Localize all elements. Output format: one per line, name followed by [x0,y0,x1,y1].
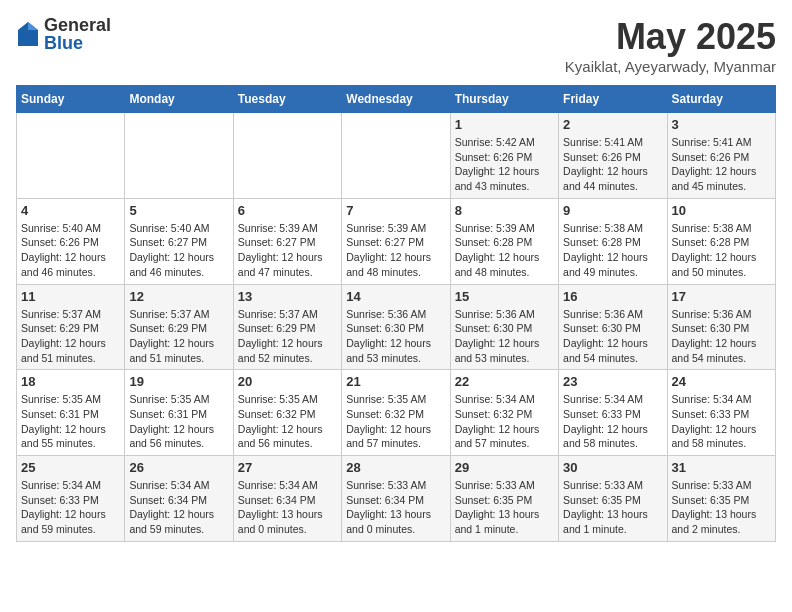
month-year-title: May 2025 [565,16,776,58]
week-row-4: 18Sunrise: 5:35 AM Sunset: 6:31 PM Dayli… [17,370,776,456]
day-info: Sunrise: 5:34 AM Sunset: 6:33 PM Dayligh… [21,478,120,537]
calendar-cell: 13Sunrise: 5:37 AM Sunset: 6:29 PM Dayli… [233,284,341,370]
day-number: 2 [563,117,662,132]
logo-text: General Blue [44,16,111,52]
weekday-header-friday: Friday [559,86,667,113]
day-info: Sunrise: 5:41 AM Sunset: 6:26 PM Dayligh… [563,135,662,194]
page-header: General Blue May 2025 Kyaiklat, Ayeyarwa… [16,16,776,75]
calendar-header: SundayMondayTuesdayWednesdayThursdayFrid… [17,86,776,113]
calendar-cell: 11Sunrise: 5:37 AM Sunset: 6:29 PM Dayli… [17,284,125,370]
calendar-cell: 28Sunrise: 5:33 AM Sunset: 6:34 PM Dayli… [342,456,450,542]
calendar-cell: 15Sunrise: 5:36 AM Sunset: 6:30 PM Dayli… [450,284,558,370]
day-number: 23 [563,374,662,389]
calendar-cell: 10Sunrise: 5:38 AM Sunset: 6:28 PM Dayli… [667,198,775,284]
week-row-3: 11Sunrise: 5:37 AM Sunset: 6:29 PM Dayli… [17,284,776,370]
week-row-5: 25Sunrise: 5:34 AM Sunset: 6:33 PM Dayli… [17,456,776,542]
calendar-body: 1Sunrise: 5:42 AM Sunset: 6:26 PM Daylig… [17,113,776,542]
calendar-cell: 9Sunrise: 5:38 AM Sunset: 6:28 PM Daylig… [559,198,667,284]
day-info: Sunrise: 5:37 AM Sunset: 6:29 PM Dayligh… [129,307,228,366]
calendar-cell [17,113,125,199]
day-info: Sunrise: 5:33 AM Sunset: 6:35 PM Dayligh… [563,478,662,537]
day-number: 28 [346,460,445,475]
day-number: 5 [129,203,228,218]
day-info: Sunrise: 5:42 AM Sunset: 6:26 PM Dayligh… [455,135,554,194]
logo-icon [16,20,40,48]
calendar-cell: 26Sunrise: 5:34 AM Sunset: 6:34 PM Dayli… [125,456,233,542]
weekday-header-monday: Monday [125,86,233,113]
day-number: 10 [672,203,771,218]
weekday-header-thursday: Thursday [450,86,558,113]
calendar-cell: 21Sunrise: 5:35 AM Sunset: 6:32 PM Dayli… [342,370,450,456]
day-info: Sunrise: 5:36 AM Sunset: 6:30 PM Dayligh… [455,307,554,366]
title-block: May 2025 Kyaiklat, Ayeyarwady, Myanmar [565,16,776,75]
calendar-cell [342,113,450,199]
weekday-header-saturday: Saturday [667,86,775,113]
day-info: Sunrise: 5:35 AM Sunset: 6:31 PM Dayligh… [129,392,228,451]
calendar-cell: 19Sunrise: 5:35 AM Sunset: 6:31 PM Dayli… [125,370,233,456]
calendar-cell: 31Sunrise: 5:33 AM Sunset: 6:35 PM Dayli… [667,456,775,542]
day-info: Sunrise: 5:34 AM Sunset: 6:33 PM Dayligh… [563,392,662,451]
day-info: Sunrise: 5:33 AM Sunset: 6:35 PM Dayligh… [672,478,771,537]
day-number: 24 [672,374,771,389]
calendar-cell: 7Sunrise: 5:39 AM Sunset: 6:27 PM Daylig… [342,198,450,284]
day-number: 4 [21,203,120,218]
calendar-cell: 22Sunrise: 5:34 AM Sunset: 6:32 PM Dayli… [450,370,558,456]
calendar-cell: 5Sunrise: 5:40 AM Sunset: 6:27 PM Daylig… [125,198,233,284]
calendar-cell [233,113,341,199]
calendar-table: SundayMondayTuesdayWednesdayThursdayFrid… [16,85,776,542]
calendar-cell: 29Sunrise: 5:33 AM Sunset: 6:35 PM Dayli… [450,456,558,542]
day-info: Sunrise: 5:37 AM Sunset: 6:29 PM Dayligh… [21,307,120,366]
day-number: 19 [129,374,228,389]
day-number: 3 [672,117,771,132]
day-info: Sunrise: 5:34 AM Sunset: 6:34 PM Dayligh… [238,478,337,537]
day-info: Sunrise: 5:33 AM Sunset: 6:34 PM Dayligh… [346,478,445,537]
day-info: Sunrise: 5:39 AM Sunset: 6:27 PM Dayligh… [346,221,445,280]
day-number: 22 [455,374,554,389]
location-subtitle: Kyaiklat, Ayeyarwady, Myanmar [565,58,776,75]
day-number: 8 [455,203,554,218]
calendar-cell: 12Sunrise: 5:37 AM Sunset: 6:29 PM Dayli… [125,284,233,370]
day-number: 12 [129,289,228,304]
weekday-header-row: SundayMondayTuesdayWednesdayThursdayFrid… [17,86,776,113]
calendar-cell: 3Sunrise: 5:41 AM Sunset: 6:26 PM Daylig… [667,113,775,199]
day-number: 6 [238,203,337,218]
day-number: 21 [346,374,445,389]
calendar-cell: 2Sunrise: 5:41 AM Sunset: 6:26 PM Daylig… [559,113,667,199]
calendar-cell: 18Sunrise: 5:35 AM Sunset: 6:31 PM Dayli… [17,370,125,456]
day-info: Sunrise: 5:36 AM Sunset: 6:30 PM Dayligh… [672,307,771,366]
weekday-header-sunday: Sunday [17,86,125,113]
logo-general: General [44,16,111,34]
day-info: Sunrise: 5:38 AM Sunset: 6:28 PM Dayligh… [672,221,771,280]
calendar-cell: 17Sunrise: 5:36 AM Sunset: 6:30 PM Dayli… [667,284,775,370]
day-info: Sunrise: 5:39 AM Sunset: 6:27 PM Dayligh… [238,221,337,280]
day-number: 7 [346,203,445,218]
day-info: Sunrise: 5:41 AM Sunset: 6:26 PM Dayligh… [672,135,771,194]
day-number: 18 [21,374,120,389]
day-number: 29 [455,460,554,475]
week-row-2: 4Sunrise: 5:40 AM Sunset: 6:26 PM Daylig… [17,198,776,284]
day-number: 31 [672,460,771,475]
day-number: 13 [238,289,337,304]
calendar-cell: 25Sunrise: 5:34 AM Sunset: 6:33 PM Dayli… [17,456,125,542]
logo: General Blue [16,16,111,52]
day-number: 16 [563,289,662,304]
day-number: 30 [563,460,662,475]
day-info: Sunrise: 5:33 AM Sunset: 6:35 PM Dayligh… [455,478,554,537]
day-number: 26 [129,460,228,475]
day-number: 17 [672,289,771,304]
calendar-cell: 24Sunrise: 5:34 AM Sunset: 6:33 PM Dayli… [667,370,775,456]
day-number: 15 [455,289,554,304]
calendar-cell [125,113,233,199]
day-info: Sunrise: 5:40 AM Sunset: 6:26 PM Dayligh… [21,221,120,280]
day-info: Sunrise: 5:39 AM Sunset: 6:28 PM Dayligh… [455,221,554,280]
day-info: Sunrise: 5:38 AM Sunset: 6:28 PM Dayligh… [563,221,662,280]
day-info: Sunrise: 5:35 AM Sunset: 6:31 PM Dayligh… [21,392,120,451]
week-row-1: 1Sunrise: 5:42 AM Sunset: 6:26 PM Daylig… [17,113,776,199]
day-number: 27 [238,460,337,475]
calendar-cell: 14Sunrise: 5:36 AM Sunset: 6:30 PM Dayli… [342,284,450,370]
weekday-header-tuesday: Tuesday [233,86,341,113]
day-info: Sunrise: 5:35 AM Sunset: 6:32 PM Dayligh… [346,392,445,451]
calendar-cell: 6Sunrise: 5:39 AM Sunset: 6:27 PM Daylig… [233,198,341,284]
day-info: Sunrise: 5:36 AM Sunset: 6:30 PM Dayligh… [563,307,662,366]
day-info: Sunrise: 5:36 AM Sunset: 6:30 PM Dayligh… [346,307,445,366]
